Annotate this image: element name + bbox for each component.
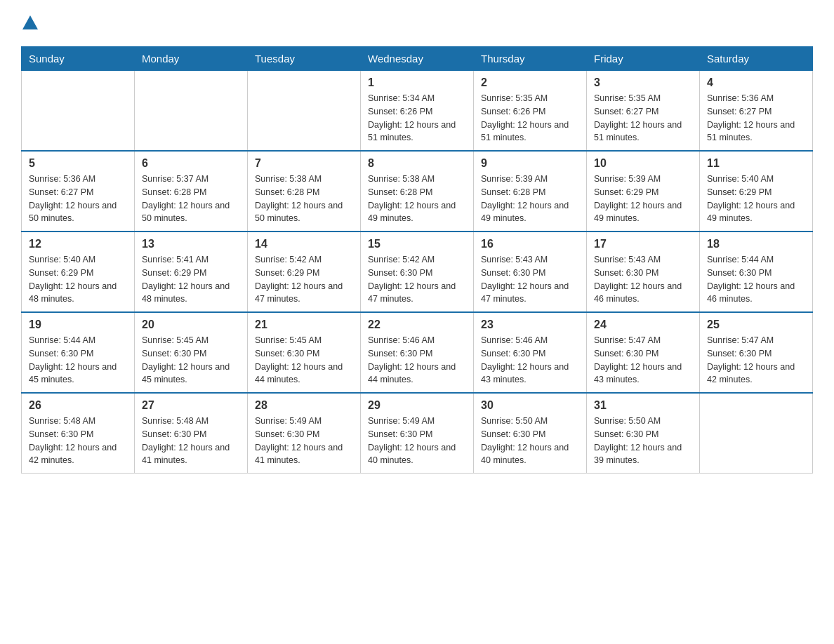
day-info: Sunrise: 5:44 AMSunset: 6:30 PMDaylight:… bbox=[29, 334, 127, 387]
day-info: Sunrise: 5:43 AMSunset: 6:30 PMDaylight:… bbox=[481, 253, 579, 306]
day-info: Sunrise: 5:48 AMSunset: 6:30 PMDaylight:… bbox=[29, 415, 127, 467]
calendar-cell: 19Sunrise: 5:44 AMSunset: 6:30 PMDayligh… bbox=[22, 312, 135, 393]
day-of-week-header: Sunday bbox=[22, 47, 135, 71]
calendar-cell: 15Sunrise: 5:42 AMSunset: 6:30 PMDayligh… bbox=[361, 232, 474, 312]
day-info: Sunrise: 5:36 AMSunset: 6:27 PMDaylight:… bbox=[29, 173, 127, 225]
day-info: Sunrise: 5:36 AMSunset: 6:27 PMDaylight:… bbox=[707, 92, 805, 145]
calendar-cell: 18Sunrise: 5:44 AMSunset: 6:30 PMDayligh… bbox=[700, 232, 813, 312]
calendar-cell: 4Sunrise: 5:36 AMSunset: 6:27 PMDaylight… bbox=[700, 71, 813, 152]
day-number: 27 bbox=[142, 399, 240, 412]
day-number: 13 bbox=[142, 238, 240, 250]
day-info: Sunrise: 5:35 AMSunset: 6:27 PMDaylight:… bbox=[594, 92, 692, 145]
day-info: Sunrise: 5:49 AMSunset: 6:30 PMDaylight:… bbox=[255, 415, 353, 467]
day-number: 21 bbox=[255, 318, 353, 331]
calendar-cell: 1Sunrise: 5:34 AMSunset: 6:26 PMDaylight… bbox=[361, 71, 474, 152]
calendar-header-row: SundayMondayTuesdayWednesdayThursdayFrid… bbox=[22, 47, 813, 71]
calendar-cell: 21Sunrise: 5:45 AMSunset: 6:30 PMDayligh… bbox=[248, 312, 361, 393]
day-info: Sunrise: 5:50 AMSunset: 6:30 PMDaylight:… bbox=[594, 415, 692, 467]
calendar-cell: 31Sunrise: 5:50 AMSunset: 6:30 PMDayligh… bbox=[587, 393, 700, 474]
day-info: Sunrise: 5:35 AMSunset: 6:26 PMDaylight:… bbox=[481, 92, 579, 145]
day-number: 8 bbox=[368, 157, 466, 170]
day-number: 17 bbox=[594, 238, 692, 250]
day-info: Sunrise: 5:38 AMSunset: 6:28 PMDaylight:… bbox=[255, 173, 353, 225]
day-number: 18 bbox=[707, 238, 805, 250]
day-number: 4 bbox=[707, 76, 805, 89]
calendar-cell: 20Sunrise: 5:45 AMSunset: 6:30 PMDayligh… bbox=[135, 312, 248, 393]
day-number: 14 bbox=[255, 238, 353, 250]
calendar-cell: 11Sunrise: 5:40 AMSunset: 6:29 PMDayligh… bbox=[700, 151, 813, 232]
day-info: Sunrise: 5:42 AMSunset: 6:30 PMDaylight:… bbox=[368, 253, 466, 306]
day-info: Sunrise: 5:44 AMSunset: 6:30 PMDaylight:… bbox=[707, 253, 805, 306]
calendar-cell: 16Sunrise: 5:43 AMSunset: 6:30 PMDayligh… bbox=[474, 232, 587, 312]
logo bbox=[21, 14, 38, 32]
calendar-cell: 3Sunrise: 5:35 AMSunset: 6:27 PMDaylight… bbox=[587, 71, 700, 152]
calendar-cell: 24Sunrise: 5:47 AMSunset: 6:30 PMDayligh… bbox=[587, 312, 700, 393]
calendar-cell: 12Sunrise: 5:40 AMSunset: 6:29 PMDayligh… bbox=[22, 232, 135, 312]
day-number: 25 bbox=[707, 318, 805, 331]
day-info: Sunrise: 5:47 AMSunset: 6:30 PMDaylight:… bbox=[594, 334, 692, 387]
calendar-cell: 6Sunrise: 5:37 AMSunset: 6:28 PMDaylight… bbox=[135, 151, 248, 232]
calendar-cell: 2Sunrise: 5:35 AMSunset: 6:26 PMDaylight… bbox=[474, 71, 587, 152]
day-of-week-header: Friday bbox=[587, 47, 700, 71]
day-info: Sunrise: 5:50 AMSunset: 6:30 PMDaylight:… bbox=[481, 415, 579, 467]
day-number: 22 bbox=[368, 318, 466, 331]
day-info: Sunrise: 5:42 AMSunset: 6:29 PMDaylight:… bbox=[255, 253, 353, 306]
day-number: 1 bbox=[368, 76, 466, 89]
day-number: 23 bbox=[481, 318, 579, 331]
day-info: Sunrise: 5:40 AMSunset: 6:29 PMDaylight:… bbox=[707, 173, 805, 225]
day-info: Sunrise: 5:40 AMSunset: 6:29 PMDaylight:… bbox=[29, 253, 127, 306]
calendar-cell: 9Sunrise: 5:39 AMSunset: 6:28 PMDaylight… bbox=[474, 151, 587, 232]
day-number: 28 bbox=[255, 399, 353, 412]
calendar-cell: 27Sunrise: 5:48 AMSunset: 6:30 PMDayligh… bbox=[135, 393, 248, 474]
calendar-cell: 8Sunrise: 5:38 AMSunset: 6:28 PMDaylight… bbox=[361, 151, 474, 232]
day-number: 6 bbox=[142, 157, 240, 170]
day-number: 24 bbox=[594, 318, 692, 331]
day-number: 9 bbox=[481, 157, 579, 170]
calendar-cell: 30Sunrise: 5:50 AMSunset: 6:30 PMDayligh… bbox=[474, 393, 587, 474]
day-number: 5 bbox=[29, 157, 127, 170]
day-info: Sunrise: 5:39 AMSunset: 6:28 PMDaylight:… bbox=[481, 173, 579, 225]
day-number: 19 bbox=[29, 318, 127, 331]
day-number: 12 bbox=[29, 238, 127, 250]
day-info: Sunrise: 5:49 AMSunset: 6:30 PMDaylight:… bbox=[368, 415, 466, 467]
day-number: 3 bbox=[594, 76, 692, 89]
page-header bbox=[21, 14, 813, 32]
calendar-week-row: 19Sunrise: 5:44 AMSunset: 6:30 PMDayligh… bbox=[22, 312, 813, 393]
calendar-cell bbox=[700, 393, 813, 474]
day-info: Sunrise: 5:38 AMSunset: 6:28 PMDaylight:… bbox=[368, 173, 466, 225]
calendar-cell: 29Sunrise: 5:49 AMSunset: 6:30 PMDayligh… bbox=[361, 393, 474, 474]
day-of-week-header: Monday bbox=[135, 47, 248, 71]
day-number: 11 bbox=[707, 157, 805, 170]
day-number: 10 bbox=[594, 157, 692, 170]
calendar-cell: 13Sunrise: 5:41 AMSunset: 6:29 PMDayligh… bbox=[135, 232, 248, 312]
day-of-week-header: Wednesday bbox=[361, 47, 474, 71]
day-number: 2 bbox=[481, 76, 579, 89]
calendar-table: SundayMondayTuesdayWednesdayThursdayFrid… bbox=[21, 46, 813, 474]
calendar-week-row: 5Sunrise: 5:36 AMSunset: 6:27 PMDaylight… bbox=[22, 151, 813, 232]
day-of-week-header: Thursday bbox=[474, 47, 587, 71]
calendar-cell: 17Sunrise: 5:43 AMSunset: 6:30 PMDayligh… bbox=[587, 232, 700, 312]
day-info: Sunrise: 5:39 AMSunset: 6:29 PMDaylight:… bbox=[594, 173, 692, 225]
day-info: Sunrise: 5:48 AMSunset: 6:30 PMDaylight:… bbox=[142, 415, 240, 467]
day-number: 31 bbox=[594, 399, 692, 412]
day-info: Sunrise: 5:37 AMSunset: 6:28 PMDaylight:… bbox=[142, 173, 240, 225]
calendar-cell: 26Sunrise: 5:48 AMSunset: 6:30 PMDayligh… bbox=[22, 393, 135, 474]
day-info: Sunrise: 5:41 AMSunset: 6:29 PMDaylight:… bbox=[142, 253, 240, 306]
calendar-cell: 23Sunrise: 5:46 AMSunset: 6:30 PMDayligh… bbox=[474, 312, 587, 393]
calendar-cell: 5Sunrise: 5:36 AMSunset: 6:27 PMDaylight… bbox=[22, 151, 135, 232]
day-number: 7 bbox=[255, 157, 353, 170]
day-of-week-header: Tuesday bbox=[248, 47, 361, 71]
calendar-cell: 7Sunrise: 5:38 AMSunset: 6:28 PMDaylight… bbox=[248, 151, 361, 232]
day-info: Sunrise: 5:45 AMSunset: 6:30 PMDaylight:… bbox=[142, 334, 240, 387]
logo-triangle-icon bbox=[22, 15, 38, 29]
svg-marker-0 bbox=[22, 15, 38, 29]
day-number: 20 bbox=[142, 318, 240, 331]
calendar-cell bbox=[22, 71, 135, 152]
calendar-cell: 28Sunrise: 5:49 AMSunset: 6:30 PMDayligh… bbox=[248, 393, 361, 474]
day-info: Sunrise: 5:43 AMSunset: 6:30 PMDaylight:… bbox=[594, 253, 692, 306]
day-of-week-header: Saturday bbox=[700, 47, 813, 71]
calendar-cell: 14Sunrise: 5:42 AMSunset: 6:29 PMDayligh… bbox=[248, 232, 361, 312]
calendar-cell: 25Sunrise: 5:47 AMSunset: 6:30 PMDayligh… bbox=[700, 312, 813, 393]
calendar-cell: 10Sunrise: 5:39 AMSunset: 6:29 PMDayligh… bbox=[587, 151, 700, 232]
day-number: 26 bbox=[29, 399, 127, 412]
